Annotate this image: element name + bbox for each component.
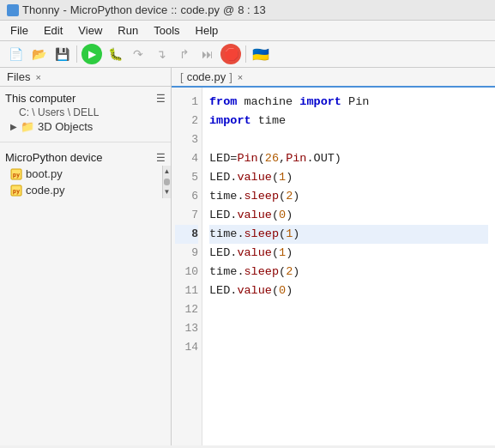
kw-from: from <box>209 95 237 108</box>
menu-view[interactable]: View <box>71 22 109 39</box>
plain-pin: Pin <box>348 95 369 108</box>
menu-edit[interactable]: Edit <box>37 22 69 39</box>
num-1a: 1 <box>279 171 286 184</box>
step-out-button[interactable]: ↱ <box>174 44 195 64</box>
boot-py-label: boot.py <box>26 167 63 180</box>
line-num-14: 14 <box>175 338 198 357</box>
paren5c: ) <box>286 246 293 259</box>
code-content[interactable]: from machine import Pin import time LED=… <box>202 88 495 445</box>
section-separator <box>0 142 171 142</box>
menu-file[interactable]: File <box>3 22 35 39</box>
code-line-4: LED=Pin(26,Pin.OUT) <box>209 149 488 168</box>
led-val3: LED. <box>209 246 237 259</box>
files-panel: Files × This computer ☰ C: \ Users \ DEL… <box>0 68 172 445</box>
paren3c: ) <box>286 209 293 221</box>
paren6c: ) <box>293 265 299 278</box>
files-tab-close[interactable]: × <box>35 72 40 82</box>
code-py-label: code.py <box>26 184 65 197</box>
plain-time: time <box>258 114 286 127</box>
stop-button[interactable]: 🛑 <box>220 44 241 64</box>
line-num-7: 7 <box>175 206 198 225</box>
this-computer-section: This computer ☰ C: \ Users \ DELL ▶ 📁 3D… <box>0 87 171 138</box>
micropython-tree: py boot.py py <box>0 166 162 198</box>
file-boot-py[interactable]: py boot.py <box>7 166 162 182</box>
value-fn3: value <box>237 246 272 259</box>
py-file-icon-2: py <box>10 185 22 197</box>
scroll-up-arrow[interactable]: ▲ <box>164 166 171 177</box>
files-tab-label: Files <box>7 70 30 83</box>
code-line-11: LED.value(0) <box>209 282 488 300</box>
led-val4: LED. <box>209 284 237 297</box>
svg-text:py: py <box>13 188 21 195</box>
scroll-down-arrow[interactable]: ▼ <box>164 187 171 197</box>
line-num-13: 13 <box>175 319 198 338</box>
step-over-button[interactable]: ↷ <box>128 44 148 64</box>
run-button[interactable]: ▶ <box>81 44 102 64</box>
debug-button[interactable]: 🐛 <box>105 44 125 64</box>
sleep-fn3: sleep <box>244 265 280 278</box>
this-computer-title: This computer <box>5 92 153 105</box>
comma1: , <box>279 152 286 165</box>
folder-name: 3D Objects <box>38 120 93 133</box>
this-computer-path: C: \ Users \ DELL <box>0 106 171 118</box>
expand-icon: ▶ <box>10 122 17 131</box>
paren6: ( <box>279 265 286 278</box>
paren3: ( <box>272 209 279 221</box>
open-button[interactable]: 📂 <box>28 44 49 64</box>
menu-run[interactable]: Run <box>111 22 145 39</box>
led-val2: LED. <box>209 209 237 221</box>
code-tab-close[interactable]: × <box>238 72 243 82</box>
title-bar: Thonny - MicroPython device :: code.py @… <box>0 0 495 21</box>
folder-3d-objects[interactable]: ▶ 📁 3D Objects <box>7 118 171 135</box>
this-computer-menu-icon[interactable]: ☰ <box>156 93 166 105</box>
files-content: This computer ☰ C: \ Users \ DELL ▶ 📁 3D… <box>0 87 171 445</box>
led-val1: LED. <box>209 171 237 184</box>
resume-button[interactable]: ⏭ <box>197 44 218 64</box>
paren7: ( <box>272 284 279 297</box>
paren1c: ) <box>286 171 293 184</box>
save-button[interactable]: 💾 <box>51 44 72 64</box>
cursor-position: 8 : 13 <box>238 3 266 16</box>
micropython-header[interactable]: MicroPython device ☰ <box>0 149 171 166</box>
code-line-14 <box>209 338 488 357</box>
kw-import2: import <box>209 114 251 127</box>
title-separator2: :: <box>171 3 177 16</box>
menu-tools[interactable]: Tools <box>147 22 186 39</box>
flag-button[interactable]: 🇺🇦 <box>251 44 271 64</box>
title-at: @ <box>223 3 234 16</box>
code-tab-name[interactable]: code.py <box>187 70 226 83</box>
device-name: MicroPython device <box>70 3 167 16</box>
step-into-button[interactable]: ↴ <box>151 44 172 64</box>
micropython-scrollbar[interactable]: ▲ ▼ <box>162 166 171 198</box>
line-num-4: 4 <box>175 149 198 168</box>
dot-out: .OUT) <box>306 152 341 165</box>
main-content: Files × This computer ☰ C: \ Users \ DEL… <box>0 68 495 445</box>
scroll-thumb[interactable] <box>164 179 170 185</box>
paren7c: ) <box>286 284 293 297</box>
code-line-7: LED.value(0) <box>209 206 488 225</box>
paren4: ( <box>279 227 286 240</box>
new-button[interactable]: 📄 <box>5 44 26 64</box>
svg-text:py: py <box>13 172 21 179</box>
code-panel: [ code.py ] × 1 2 3 4 5 6 7 8 9 10 11 12… <box>172 68 495 445</box>
line-num-3: 3 <box>175 130 198 149</box>
file-code-py[interactable]: py code.py <box>7 182 162 198</box>
pin-fn: Pin <box>237 152 257 165</box>
code-line-10: time.sleep(2) <box>209 263 488 282</box>
value-fn1: value <box>237 171 272 184</box>
code-editor[interactable]: 1 2 3 4 5 6 7 8 9 10 11 12 13 14 from ma… <box>172 88 495 445</box>
line-num-2: 2 <box>175 112 198 130</box>
micropython-menu-icon[interactable]: ☰ <box>156 152 166 164</box>
num-0b: 0 <box>279 284 286 297</box>
tab-bracket-open: [ <box>180 70 184 83</box>
this-computer-header[interactable]: This computer ☰ <box>0 90 171 106</box>
paren5: ( <box>272 246 279 259</box>
menu-help[interactable]: Help <box>189 22 226 39</box>
line-num-9: 9 <box>175 244 198 263</box>
time-sleep2: time. <box>209 227 244 240</box>
this-computer-tree: ▶ 📁 3D Objects <box>0 118 171 135</box>
toolbar-separator-2 <box>245 45 246 63</box>
folder-icon: 📁 <box>21 120 34 133</box>
code-line-1: from machine import Pin <box>209 93 488 112</box>
code-line-13 <box>209 319 488 338</box>
